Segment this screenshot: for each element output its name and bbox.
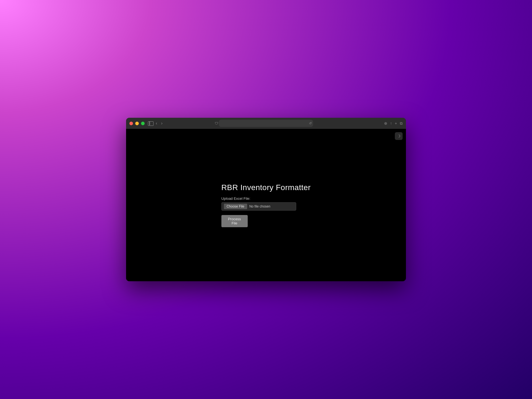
reload-icon[interactable]: ↺	[309, 121, 312, 125]
file-input[interactable]	[221, 202, 296, 211]
share-icon[interactable]: ↑	[390, 121, 392, 126]
upload-label: Upload Excel File:	[221, 196, 296, 201]
close-button[interactable]	[129, 122, 133, 125]
file-input-wrapper	[221, 202, 296, 211]
maximize-button[interactable]	[141, 122, 145, 125]
title-bar-right: ⊕ ↑ + ⧉	[384, 121, 403, 126]
dark-mode-toggle[interactable]: ☽	[395, 132, 403, 140]
app-title: RBR Inventory Formatter	[221, 183, 311, 192]
traffic-lights	[129, 122, 145, 125]
title-bar: ‹ › 🛡 ↺ ⊕ ↑ + ⧉	[126, 118, 406, 129]
forward-button[interactable]: ›	[160, 120, 163, 126]
browser-window: ‹ › 🛡 ↺ ⊕ ↑ + ⧉ ☽ RBR Inventory Formatte…	[126, 118, 406, 281]
title-bar-controls: ‹ ›	[148, 120, 164, 126]
address-bar-container: 🛡 ↺	[219, 120, 313, 127]
form-section: Upload Excel File:	[221, 196, 296, 211]
main-content: RBR Inventory Formatter Upload Excel Fil…	[221, 183, 311, 227]
bookmark-icon[interactable]: ⊕	[384, 121, 387, 126]
browser-content: ☽ RBR Inventory Formatter Upload Excel F…	[126, 129, 406, 281]
darkmode-icon: ☽	[397, 134, 401, 138]
process-file-button[interactable]: Process File	[221, 215, 248, 227]
newtab-icon[interactable]: +	[395, 121, 397, 126]
address-bar-input[interactable]	[219, 120, 313, 127]
sidebar-toggle-icon[interactable]	[148, 121, 153, 125]
shield-icon: 🛡	[215, 121, 218, 126]
minimize-button[interactable]	[135, 122, 139, 125]
tabs-icon[interactable]: ⧉	[400, 121, 403, 126]
back-button[interactable]: ‹	[155, 120, 158, 126]
